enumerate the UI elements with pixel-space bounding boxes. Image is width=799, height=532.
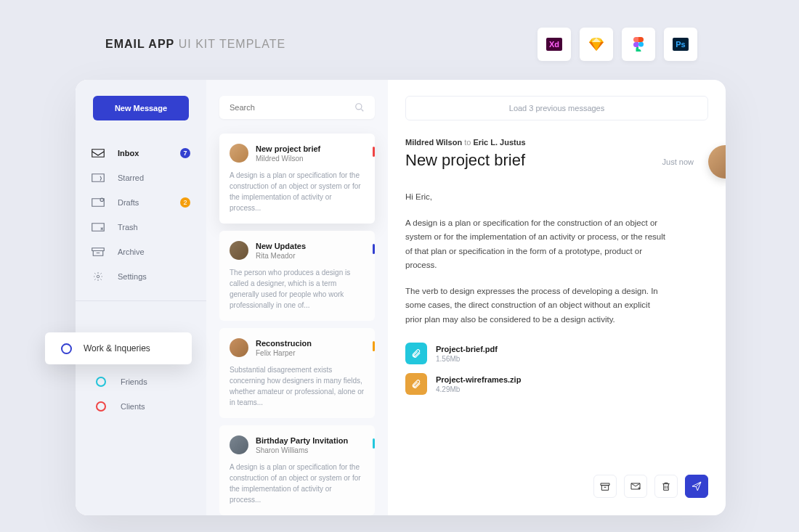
send-button[interactable] bbox=[685, 475, 708, 498]
drafts-badge: 2 bbox=[180, 197, 190, 208]
nav-items: Inbox 7 Starred Drafts 2 Trash Archive bbox=[76, 141, 206, 289]
nav-label: Inbox bbox=[118, 149, 139, 157]
inbox-icon bbox=[92, 148, 105, 158]
sidebar: New Message Inbox 7 Starred Drafts 2 Tra… bbox=[76, 80, 206, 515]
label-clients[interactable]: Clients bbox=[76, 394, 206, 419]
email-sender: Rita Meador bbox=[256, 252, 306, 260]
avatar bbox=[230, 435, 248, 454]
email-card[interactable]: New Updates Rita Meador The person who p… bbox=[219, 231, 375, 321]
inbox-badge: 7 bbox=[180, 148, 190, 158]
nav-label: Settings bbox=[118, 272, 147, 281]
email-body: A design is a plan or specification for … bbox=[405, 216, 667, 273]
attachment-name: Project-wireframes.zip bbox=[436, 375, 521, 384]
sketch-icon bbox=[580, 28, 613, 61]
email-reader: Load 3 previous messages Mildred Wilson … bbox=[388, 80, 726, 515]
label-text: Clients bbox=[121, 402, 145, 411]
nav-label: Drafts bbox=[118, 198, 139, 207]
email-title: New project brief bbox=[256, 144, 320, 153]
stripe bbox=[373, 147, 375, 157]
search-box[interactable] bbox=[219, 96, 375, 119]
svg-point-3 bbox=[356, 104, 362, 110]
nav-archive[interactable]: Archive bbox=[76, 240, 206, 264]
label-text: Friends bbox=[121, 377, 147, 386]
load-previous-button[interactable]: Load 3 previous messages bbox=[405, 96, 708, 120]
paperclip-icon bbox=[405, 343, 427, 364]
figma-icon bbox=[622, 28, 655, 61]
settings-icon bbox=[92, 271, 105, 282]
email-preview: A design is a plan or specification for … bbox=[230, 462, 365, 505]
email-greeting: Hi Eric, bbox=[405, 190, 667, 205]
nav-trash[interactable]: Trash bbox=[76, 215, 206, 240]
attachment-size: 4.29Mb bbox=[436, 385, 521, 393]
email-sender: Felix Harper bbox=[256, 349, 312, 357]
stripe bbox=[373, 341, 375, 351]
attachment-size: 1.56Mb bbox=[436, 355, 498, 363]
forward-button[interactable] bbox=[624, 475, 647, 498]
label-work-inqueries[interactable]: Work & Inqueries bbox=[45, 332, 192, 364]
nav-label: Archive bbox=[118, 247, 145, 256]
email-card[interactable]: Reconstrucion Felix Harper Substantial d… bbox=[219, 328, 375, 418]
search-input[interactable] bbox=[230, 103, 331, 112]
attachment-item[interactable]: Project-brief.pdf 1.56Mb bbox=[405, 343, 708, 364]
xd-icon: Xd bbox=[538, 28, 571, 61]
email-title: New Updates bbox=[256, 242, 306, 250]
draft-icon bbox=[92, 197, 105, 208]
email-app: New Message Inbox 7 Starred Drafts 2 Tra… bbox=[76, 80, 726, 515]
email-sender: Sharon Williams bbox=[256, 446, 348, 454]
ps-icon: Ps bbox=[664, 28, 697, 61]
tool-icons: Xd Ps bbox=[538, 28, 697, 61]
nav-inbox[interactable]: Inbox 7 bbox=[76, 141, 206, 165]
email-preview: Substantial disagreement exists concerni… bbox=[230, 364, 365, 408]
archive-button[interactable] bbox=[593, 475, 617, 498]
nav-settings[interactable]: Settings bbox=[76, 264, 206, 289]
attachment-name: Project-brief.pdf bbox=[436, 345, 498, 353]
avatar bbox=[230, 144, 248, 163]
nav-label: Starred bbox=[118, 173, 144, 182]
avatar bbox=[230, 338, 248, 357]
attachment-item[interactable]: Project-wireframes.zip 4.29Mb bbox=[405, 373, 708, 395]
search-icon bbox=[354, 102, 365, 112]
nav-label: Trash bbox=[118, 223, 138, 232]
email-title: Reconstrucion bbox=[256, 339, 312, 348]
label-text: Work & Inqueries bbox=[84, 343, 150, 353]
email-title: Birthday Party Invitation bbox=[256, 436, 348, 445]
sender-avatar bbox=[708, 145, 726, 179]
email-card[interactable]: Birthday Party Invitation Sharon William… bbox=[219, 425, 375, 515]
avatar bbox=[230, 241, 248, 260]
ring-icon bbox=[61, 343, 72, 354]
stripe bbox=[373, 438, 375, 449]
email-list-column: New project brief Mildred Wilson A desig… bbox=[206, 80, 388, 515]
email-card[interactable]: New project brief Mildred Wilson A desig… bbox=[219, 134, 375, 224]
nav-drafts[interactable]: Drafts 2 bbox=[76, 190, 206, 215]
action-bar bbox=[593, 475, 708, 498]
ring-icon bbox=[96, 377, 106, 387]
time-label: Just now bbox=[662, 157, 694, 166]
labels-list: Family Friends Clients bbox=[76, 313, 206, 419]
paperclip-icon bbox=[405, 373, 427, 395]
email-preview: A design is a plan or specification for … bbox=[230, 170, 365, 213]
trash-icon bbox=[92, 222, 105, 232]
svg-point-0 bbox=[638, 42, 644, 47]
archive-icon bbox=[92, 247, 105, 257]
page-title: EMAIL APP UI KIT TEMPLATE bbox=[105, 38, 285, 51]
email-sender: Mildred Wilson bbox=[256, 155, 320, 163]
new-message-button[interactable]: New Message bbox=[93, 96, 189, 120]
star-icon bbox=[92, 173, 105, 183]
ring-icon bbox=[96, 401, 106, 412]
attachments: Project-brief.pdf 1.56Mb Project-wirefra… bbox=[405, 343, 708, 395]
email-body: The verb to design expresses the process… bbox=[405, 285, 667, 327]
divider bbox=[76, 300, 206, 301]
nav-starred[interactable]: Starred bbox=[76, 165, 206, 190]
delete-button[interactable] bbox=[654, 475, 678, 498]
email-preview: The person who produces a design is call… bbox=[230, 267, 365, 311]
stripe bbox=[373, 244, 375, 254]
label-friends[interactable]: Friends bbox=[76, 369, 206, 394]
svg-point-2 bbox=[97, 275, 100, 278]
